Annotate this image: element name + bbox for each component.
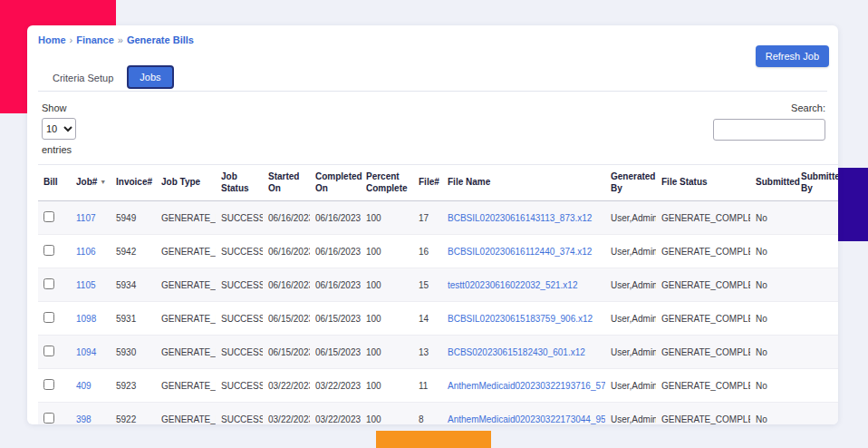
cell-bill <box>38 201 71 235</box>
cell-started_on: 06/15/2023 <box>263 336 310 369</box>
job-number-link[interactable]: 1106 <box>76 247 96 257</box>
cell-job_type: GENERATE_BILLS <box>156 369 216 403</box>
cell-started_on: 06/16/2023 <box>263 201 310 235</box>
bill-checkbox[interactable] <box>43 346 54 356</box>
tab-bar: Criteria Setup Jobs <box>38 65 827 92</box>
cell-job_type: GENERATE_BILLS <box>156 336 216 369</box>
tab-jobs[interactable]: Jobs <box>127 65 173 89</box>
decor-purple-block <box>838 168 868 241</box>
cell-file_status: GENERATE_COMPLETED <box>656 369 750 403</box>
column-header-job_status[interactable]: Job Status <box>216 165 263 201</box>
cell-file_name: BCBS020230615182430_601.x12 <box>442 336 605 369</box>
cell-submitted: No <box>750 268 796 302</box>
breadcrumb-finance[interactable]: Finance <box>76 34 114 45</box>
cell-file_no: 8 <box>413 403 442 425</box>
job-number-link[interactable]: 398 <box>76 414 92 424</box>
cell-generated_by: User,Admin <box>605 201 656 235</box>
cell-submitted_by <box>796 302 838 336</box>
search-input[interactable] <box>713 119 825 141</box>
bill-checkbox[interactable] <box>43 413 54 424</box>
breadcrumb-current: Generate Bills <box>127 34 194 45</box>
cell-file_name: testt020230616022032_521.x12 <box>442 268 605 302</box>
cell-submitted: No <box>750 403 796 425</box>
header-row: BillJob#▼Invoice#Job TypeJob StatusStart… <box>38 165 838 201</box>
cell-file_name: AnthemMedicaid020230322193716_577.x12 <box>442 369 605 403</box>
column-header-completed_on[interactable]: Completed On <box>310 165 361 201</box>
cell-file_status: GENERATE_COMPLETED <box>656 268 750 302</box>
cell-file_no: 17 <box>413 201 442 235</box>
column-header-generated_by[interactable]: Generated By <box>605 165 656 201</box>
bill-checkbox[interactable] <box>43 245 54 256</box>
cell-generated_by: User,Admin <box>605 336 656 369</box>
cell-generated_by: User,Admin <box>605 403 656 425</box>
bill-checkbox[interactable] <box>43 312 54 323</box>
cell-submitted_by <box>796 201 838 235</box>
column-header-started_on[interactable]: Started On <box>263 165 310 201</box>
breadcrumb-home[interactable]: Home <box>38 34 66 45</box>
job-number-link[interactable]: 1107 <box>76 213 96 223</box>
cell-started_on: 06/15/2023 <box>263 302 310 336</box>
cell-percent_complete: 100 <box>361 336 413 369</box>
show-label: Show <box>42 102 76 113</box>
cell-submitted_by <box>796 235 838 268</box>
cell-job: 1106 <box>71 235 111 268</box>
file-name-link[interactable]: AnthemMedicaid020230322173044_951.x12 <box>448 414 605 424</box>
refresh-job-button[interactable]: Refresh Job <box>756 45 829 67</box>
cell-file_status: GENERATE_COMPLETED <box>656 235 750 268</box>
cell-percent_complete: 100 <box>361 369 413 403</box>
page-size-select[interactable]: 10 <box>42 118 76 140</box>
cell-bill <box>38 302 71 336</box>
file-name-link[interactable]: BCBSIL020230616143113_873.x12 <box>448 213 592 223</box>
column-header-invoice[interactable]: Invoice# <box>111 165 156 201</box>
cell-job_type: GENERATE_BILLS <box>156 235 216 268</box>
cell-file_no: 14 <box>413 302 442 336</box>
cell-invoice: 5942 <box>111 235 156 268</box>
file-name-link[interactable]: AnthemMedicaid020230322193716_577.x12 <box>448 381 605 391</box>
file-name-link[interactable]: BCBS020230615182430_601.x12 <box>448 347 585 357</box>
cell-job: 1107 <box>71 201 111 235</box>
column-header-bill[interactable]: Bill <box>38 165 71 201</box>
cell-generated_by: User,Admin <box>605 302 656 336</box>
cell-job_status: SUCCESSFUL <box>216 302 263 336</box>
column-header-file_status[interactable]: File Status <box>656 165 750 201</box>
entries-label: entries <box>42 144 76 155</box>
file-name-link[interactable]: BCBSIL020230616112440_374.x12 <box>448 247 592 257</box>
cell-file_name: BCBSIL020230615183759_906.x12 <box>442 302 605 336</box>
cell-job_type: GENERATE_BILLS <box>156 201 216 235</box>
file-name-link[interactable]: testt020230616022032_521.x12 <box>448 280 577 290</box>
tab-criteria-setup[interactable]: Criteria Setup <box>43 67 123 89</box>
cell-job: 1094 <box>71 336 111 369</box>
job-number-link[interactable]: 1105 <box>76 280 96 290</box>
job-number-link[interactable]: 1094 <box>76 347 96 357</box>
column-header-submitted_by[interactable]: Submitted By <box>796 165 838 201</box>
cell-job_status: SUCCESSFUL <box>216 235 263 268</box>
cell-submitted_by <box>796 369 838 403</box>
jobs-table-body: 11075949GENERATE_BILLSSUCCESSFUL06/16/20… <box>38 201 838 425</box>
table-row: 11065942GENERATE_BILLSSUCCESSFUL06/16/20… <box>38 235 838 268</box>
file-name-link[interactable]: BCBSIL020230615183759_906.x12 <box>448 314 593 324</box>
jobs-table: BillJob#▼Invoice#Job TypeJob StatusStart… <box>38 164 838 424</box>
job-number-link[interactable]: 1098 <box>76 314 96 324</box>
cell-started_on: 06/16/2023 <box>263 235 310 268</box>
cell-bill <box>38 336 71 369</box>
breadcrumb: Home›Finance»Generate Bills <box>38 34 827 45</box>
bill-checkbox[interactable] <box>43 211 54 222</box>
bill-checkbox[interactable] <box>43 278 54 289</box>
generate-bills-panel: Home›Finance»Generate Bills Refresh Job … <box>27 25 838 424</box>
breadcrumb-separator: › <box>70 34 73 45</box>
column-header-file_no[interactable]: File# <box>413 165 442 201</box>
cell-submitted_by <box>796 403 838 425</box>
column-header-submitted[interactable]: Submitted <box>750 165 796 201</box>
bill-checkbox[interactable] <box>43 379 54 390</box>
column-header-file_name[interactable]: File Name <box>442 165 605 201</box>
cell-file_status: GENERATE_COMPLETED <box>656 201 750 235</box>
column-header-percent_complete[interactable]: Percent Complete <box>361 165 413 201</box>
cell-file_name: BCBSIL020230616143113_873.x12 <box>442 201 605 235</box>
table-row: 10985931GENERATE_BILLSSUCCESSFUL06/15/20… <box>38 302 838 336</box>
job-number-link[interactable]: 409 <box>76 381 92 391</box>
column-header-job[interactable]: Job#▼ <box>71 165 111 201</box>
cell-invoice: 5923 <box>111 369 156 403</box>
cell-started_on: 03/22/2023 <box>263 403 310 425</box>
column-header-job_type[interactable]: Job Type <box>156 165 216 201</box>
table-row: 10945930GENERATE_BILLSSUCCESSFUL06/15/20… <box>38 336 838 369</box>
